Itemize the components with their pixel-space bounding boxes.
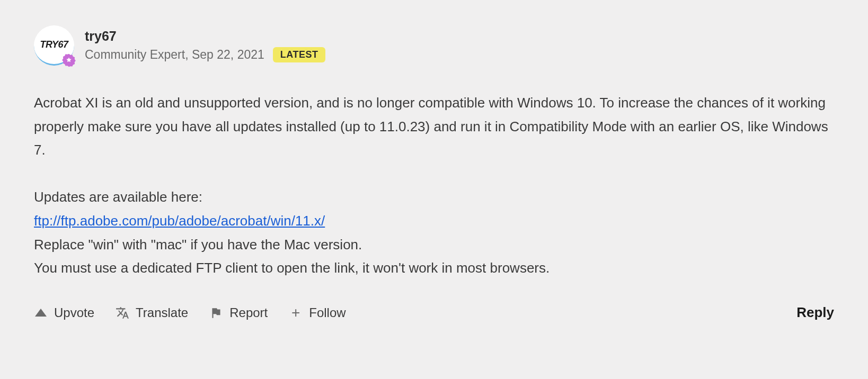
body-paragraph: Acrobat XI is an old and unsupported ver… [34, 91, 834, 162]
user-role: Community Expert [85, 48, 185, 61]
translate-label: Translate [136, 305, 188, 320]
report-button[interactable]: Report [209, 305, 268, 320]
body-paragraph: ftp://ftp.adobe.com/pub/adobe/acrobat/wi… [34, 209, 834, 233]
star-badge-icon [61, 53, 76, 68]
username-link[interactable]: try67 [85, 29, 325, 44]
body-paragraph: Updates are available here: [34, 185, 834, 209]
post-date: Sep 22, 2021 [192, 48, 264, 61]
reply-button[interactable]: Reply [796, 304, 834, 321]
follow-label: Follow [309, 305, 346, 320]
avatar-container[interactable]: TRY67 [34, 25, 74, 66]
avatar-text: TRY67 [40, 40, 68, 49]
flag-icon [209, 306, 223, 320]
post-header: TRY67 try67 Community Expert, Sep 22, 20… [34, 25, 834, 66]
actions-row: Upvote Translate Report + Follow Reply [34, 304, 834, 321]
ftp-link[interactable]: ftp://ftp.adobe.com/pub/adobe/acrobat/wi… [34, 213, 325, 229]
body-paragraph: Replace "win" with "mac" if you have the… [34, 233, 834, 257]
post-actions: Upvote Translate Report + Follow [34, 305, 346, 320]
upvote-label: Upvote [54, 305, 94, 320]
report-label: Report [229, 305, 268, 320]
post-body: Acrobat XI is an old and unsupported ver… [34, 91, 834, 280]
latest-badge: LATEST [273, 47, 326, 62]
post-meta: try67 Community Expert, Sep 22, 2021 LAT… [85, 25, 325, 62]
body-paragraph: You must use a dedicated FTP client to o… [34, 256, 834, 280]
forum-post: TRY67 try67 Community Expert, Sep 22, 20… [0, 0, 868, 342]
follow-button[interactable]: + Follow [289, 305, 346, 320]
translate-button[interactable]: Translate [116, 305, 188, 320]
upvote-button[interactable]: Upvote [34, 305, 94, 320]
translate-icon [116, 306, 129, 320]
role-date: Community Expert, Sep 22, 2021 [85, 48, 264, 62]
upvote-icon [34, 306, 48, 320]
plus-icon: + [289, 306, 303, 320]
role-line: Community Expert, Sep 22, 2021 LATEST [85, 47, 325, 62]
